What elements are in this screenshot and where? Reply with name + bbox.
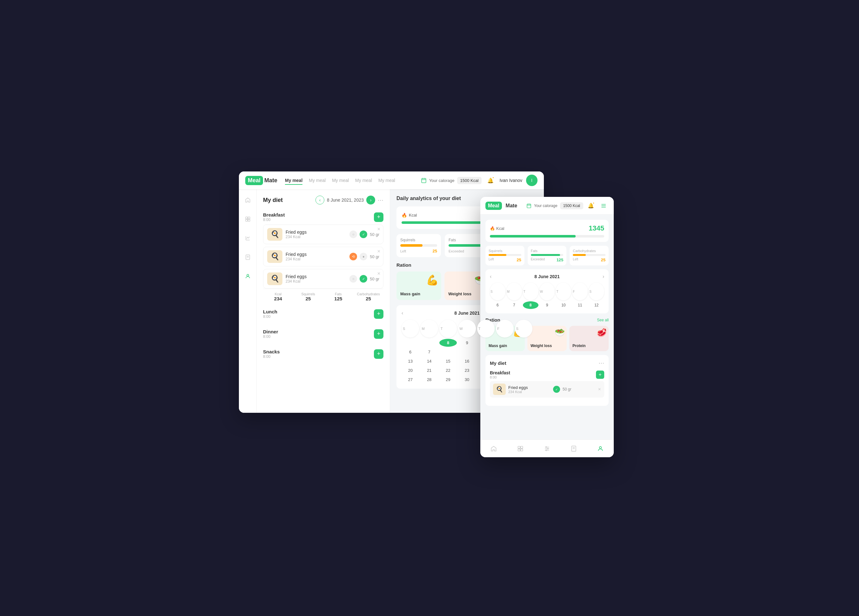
food-action-dot-2[interactable]: ● (359, 253, 367, 260)
add-breakfast-button[interactable]: + (374, 212, 383, 222)
sidebar-item-home[interactable] (242, 194, 253, 206)
second-food-name: Fried eggs (508, 385, 528, 390)
ration-card-mass-gain[interactable]: 💪 Mass gain (397, 271, 441, 300)
second-diet-header: My diet ⋯ (490, 359, 604, 366)
nutr-carbs-value: 25 (353, 296, 383, 301)
nutr-squirrels: Squirrels 25 (293, 292, 323, 301)
calorie-display: Your calorage 1500 Kcal (421, 177, 482, 184)
nav-tab-3[interactable]: My meal (332, 176, 349, 184)
see-all-button[interactable]: See all (597, 318, 609, 322)
svg-rect-5 (248, 217, 250, 219)
bottom-nav-document[interactable] (567, 442, 580, 455)
food-name-1: Fried eggs (286, 229, 346, 235)
food-close-2[interactable]: ✕ (377, 249, 381, 254)
meal-time-dinner: 8:00 (263, 334, 278, 339)
second-food-close[interactable]: ✕ (598, 387, 601, 391)
nutrition-summary: Kcal 234 Squirrels 25 Fats 125 Carbohy (263, 289, 383, 301)
bottom-nav (480, 440, 614, 457)
add-lunch-button[interactable]: + (374, 309, 383, 319)
second-cal-prev[interactable]: ‹ (490, 274, 492, 279)
second-food-weight: 50 gr (562, 387, 571, 391)
date-next-button[interactable]: › (366, 196, 375, 204)
second-share-button[interactable]: ⋯ (598, 359, 604, 366)
sidebar-item-notes[interactable] (242, 251, 253, 263)
ration-card-weight-loss-name: Weight loss (448, 292, 472, 296)
second-screen-header: Meal Mate Your calorage 1500 Kcal 🔔 (480, 197, 614, 215)
nav-tab-4[interactable]: My meal (355, 176, 372, 184)
second-cal-month: 8 June 2021 (534, 274, 559, 279)
cal-today[interactable]: 8 (439, 339, 457, 347)
svg-rect-4 (245, 217, 247, 219)
notification-button[interactable]: 🔔 (486, 175, 495, 186)
second-meal-name: Breakfast (490, 370, 510, 375)
food-cal-3: 234 Kcal (286, 279, 346, 284)
second-cal-today[interactable]: 8 (523, 301, 539, 309)
macro-squirrels-label: Squirrels (400, 238, 437, 242)
sidebar-item-analytics[interactable] (242, 232, 253, 244)
bottom-nav-person[interactable] (594, 442, 607, 455)
food-action-clock-3[interactable]: ○ (350, 275, 357, 282)
food-action-clock-1[interactable]: ○ (350, 231, 357, 238)
svg-point-29 (547, 448, 548, 449)
food-info-2: Fried eggs 234 Kcal (286, 252, 346, 261)
food-actions-2: ⟲ ● 50 gr (350, 253, 379, 260)
food-action-check-3[interactable]: ✓ (359, 275, 367, 282)
food-weight-1: 50 gr (370, 232, 379, 237)
nutr-kcal: Kcal 234 (263, 292, 293, 301)
nav-tab-2[interactable]: My meal (309, 176, 326, 184)
second-macros-row: Squirrels Left 25 Fats Exceeded 125 (486, 246, 609, 265)
meal-section-snacks: Snacks 8:00 + (263, 346, 383, 361)
second-notification-button[interactable]: 🔔 (586, 201, 596, 211)
meal-name-lunch: Lunch (263, 309, 277, 314)
sidebar-item-grid[interactable] (242, 214, 253, 225)
second-ration-weight-loss[interactable]: 🥗 Weight loss (527, 326, 567, 351)
food-action-clock-2[interactable]: ⟲ (350, 253, 357, 260)
second-kcal-progress (490, 235, 604, 237)
bottom-nav-sliders[interactable] (541, 442, 553, 455)
food-close-1[interactable]: ✕ (377, 227, 381, 231)
second-ration-protein[interactable]: 🥩 Protein (569, 326, 609, 351)
food-weight-3: 50 gr (370, 276, 379, 281)
second-header-right: Your calorage 1500 Kcal 🔔 (526, 201, 609, 211)
food-name-3: Fried eggs (286, 274, 346, 279)
second-flame-icon: 🔥 (490, 226, 495, 231)
second-calorie-display: Your calorage 1500 Kcal (526, 202, 583, 209)
svg-rect-0 (422, 178, 426, 183)
meal-name-breakfast: Breakfast (263, 212, 285, 217)
macro-squirrels-amount: 25 (433, 249, 437, 253)
bottom-nav-grid[interactable] (514, 442, 527, 455)
macro-squirrels: Squirrels Left 25 (397, 234, 441, 257)
share-button[interactable]: ⋯ (378, 196, 383, 204)
second-food-check[interactable]: ✓ (553, 386, 560, 393)
nav-tab-1[interactable]: My meal (285, 176, 302, 184)
add-snacks-button[interactable]: + (374, 349, 383, 359)
cal-prev-button[interactable]: ‹ (401, 310, 403, 316)
second-add-breakfast-button[interactable]: + (596, 371, 604, 379)
date-prev-button[interactable]: ‹ (315, 196, 324, 204)
second-menu-button[interactable] (598, 201, 609, 211)
nutr-fats-value: 125 (323, 296, 354, 301)
second-cal-next[interactable]: › (603, 274, 604, 279)
second-food-item: 🍳 Fried eggs 234 Kcal ✓ 50 gr ✕ (490, 381, 604, 398)
macro-fats-status: Exceeded 25 (448, 249, 486, 253)
second-macro-squirrels: Squirrels Left 25 (486, 246, 525, 265)
svg-point-13 (247, 274, 249, 276)
svg-rect-6 (245, 220, 247, 221)
food-image-1: 🍳 (267, 228, 283, 241)
logo-mate: Mate (264, 177, 277, 184)
macro-fats-label: Fats (448, 238, 486, 242)
add-dinner-button[interactable]: + (374, 329, 383, 339)
sidebar (239, 189, 257, 413)
sidebar-item-person[interactable] (242, 271, 253, 282)
svg-rect-7 (248, 220, 250, 221)
food-action-check-1[interactable]: ✓ (359, 231, 367, 238)
food-close-3[interactable]: ✕ (377, 271, 381, 276)
meal-time-snacks: 8:00 (263, 354, 280, 359)
second-ration-mass-gain-name: Mass gain (489, 343, 522, 348)
kcal-label: 🔥 Kcal (401, 213, 417, 218)
bottom-nav-home[interactable] (487, 442, 500, 455)
mass-gain-emoji: 💪 (426, 274, 439, 286)
second-cal-grid: S M T W T F S 6 7 8 9 10 11 12 (490, 282, 604, 309)
svg-rect-24 (521, 449, 523, 451)
nav-tab-5[interactable]: My meal (378, 176, 395, 184)
